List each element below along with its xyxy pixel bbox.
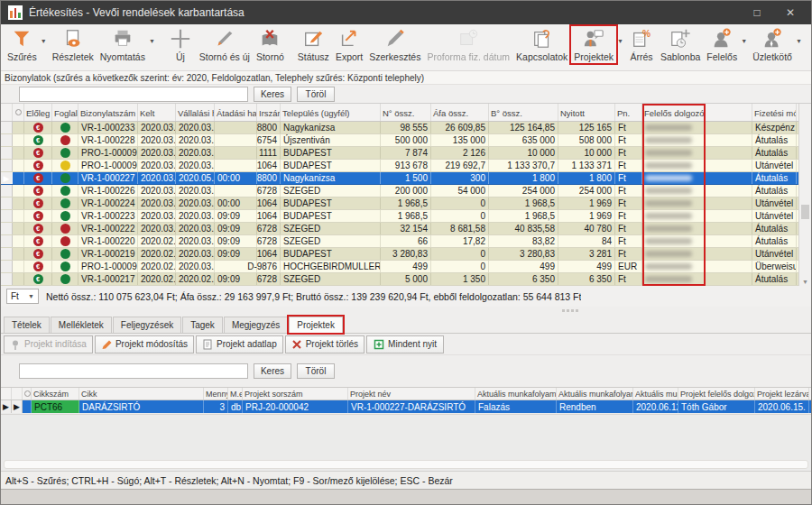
column-header-lezarva[interactable]: Projekt lezárva: [755, 388, 809, 399]
projects-clear-button[interactable]: Töröl: [297, 363, 335, 379]
toolbar-button-body[interactable]: Kapcsolatok: [513, 26, 570, 63]
projects-search-button[interactable]: Keres: [254, 363, 291, 379]
column-header-nev[interactable]: Projekt név: [348, 388, 475, 399]
toolbar-button-szerkesztes[interactable]: Szerkesztés: [366, 26, 423, 63]
maximize-button[interactable]: □: [743, 1, 770, 24]
column-header-netto[interactable]: N° össz.: [381, 104, 431, 121]
scrollbar-thumb[interactable]: [801, 205, 809, 219]
toolbar-button-body[interactable]: Üzletkötő: [750, 26, 795, 63]
documents-search-input[interactable]: [19, 87, 248, 102]
toolbar-button-felelos[interactable]: Felelős▼: [704, 26, 749, 63]
column-header-sorszam[interactable]: Projekt sorszám: [243, 388, 348, 399]
column-header-felelos[interactable]: Projekt felelős dolgozó: [678, 388, 755, 399]
column-header-extra[interactable]: [706, 104, 752, 121]
column-header-munkafolyamat_allapot[interactable]: Aktuális munkafolyamat :: [557, 388, 633, 399]
toolbar-button-body[interactable]: Státusz: [295, 26, 332, 63]
project-row[interactable]: ▶▶PCT66DARÁZSIRTÓ3dbPRJ-20-000042VR-1-00…: [1, 400, 811, 413]
toolbar-button-body[interactable]: Szűrés: [5, 26, 40, 63]
mindent-nyit-button[interactable]: Mindent nyit: [366, 335, 444, 354]
dropdown-arrow-icon[interactable]: ▼: [617, 38, 623, 44]
toolbar-button-reszletek[interactable]: Részletek: [50, 26, 97, 63]
column-header-cikk[interactable]: Cikk: [79, 388, 204, 399]
toolbar-button-export[interactable]: Export: [333, 26, 365, 63]
documents-clear-button[interactable]: Töröl: [297, 87, 335, 102]
dropdown-arrow-icon[interactable]: ▼: [741, 38, 747, 44]
document-row[interactable]: €VR-1-0002202020.02.272020.03.0209:09672…: [1, 235, 811, 248]
currency-select[interactable]: Ft ▼: [6, 289, 39, 304]
toolbar-button-body[interactable]: %Árrés: [626, 26, 657, 63]
column-header-munka_datum[interactable]: Aktuális munka: [633, 388, 678, 399]
toolbar-button-szures[interactable]: Szűrés▼: [5, 26, 49, 63]
toolbar-button-uj[interactable]: Új: [165, 26, 196, 63]
document-row[interactable]: €VR-1-0002192020.02.272020.03.1909:09106…: [1, 248, 811, 261]
toolbar-button-body[interactable]: Stornó: [254, 26, 287, 63]
tab-tagek[interactable]: Tagek: [182, 317, 223, 333]
document-row[interactable]: €VR-1-0002242020.03.092020.03.1600:00106…: [1, 197, 811, 210]
toolbar-button-storno[interactable]: Stornó: [254, 26, 287, 63]
toolbar-button-body[interactable]: Új: [165, 26, 196, 63]
tab-tetelek[interactable]: Tételek: [4, 317, 50, 333]
document-row[interactable]: €VR-1-0002332020.03.222020.03.268800Nagy…: [1, 122, 811, 134]
document-row[interactable]: €VR-1-0002222020.03.022020.03.2609:09672…: [1, 223, 811, 235]
document-row[interactable]: €VR-1-0002262020.03.102020.03.146728SZEG…: [1, 185, 811, 197]
splitter-grip-icon[interactable]: [562, 309, 578, 312]
splitter[interactable]: [1, 307, 811, 315]
column-header-telepules[interactable]: Település (ügyfél): [281, 104, 381, 121]
toolbar-button-projektek[interactable]: Projektek▼: [571, 26, 625, 63]
column-header-munkafolyamat[interactable]: Aktuális munkafolyamat: [475, 388, 557, 399]
column-header-nyitott[interactable]: Nyitott: [558, 104, 615, 121]
column-header-marker[interactable]: [23, 388, 32, 399]
toolbar-button-body[interactable]: Stornó és új: [197, 26, 253, 63]
document-row[interactable]: ▶€VR-1-0002272020.03.132020.05.3000:0088…: [1, 172, 811, 185]
projekt-modositas-button[interactable]: Projekt módosítás: [95, 335, 194, 354]
column-header-me[interactable]: M.e.: [228, 388, 243, 399]
documents-search-button[interactable]: Keres: [254, 87, 291, 102]
projekt-adatlap-button[interactable]: Projekt adatlap: [196, 335, 283, 354]
document-row[interactable]: €PRO-1-0000972020.02.262020.03.27D-9876H…: [1, 261, 811, 273]
column-header-irszam[interactable]: Irszám: [257, 104, 281, 121]
column-header-atadasi[interactable]: Átadási határidő: [215, 104, 257, 121]
tab-feljegyzesek[interactable]: Feljegyzések: [113, 317, 181, 333]
toolbar-button-sablonba[interactable]: Sablonba: [658, 26, 703, 63]
column-header-gutter[interactable]: [1, 104, 13, 121]
toolbar-button-body[interactable]: Részletek: [50, 26, 97, 63]
toolbar-button-body[interactable]: Nyomtatás: [97, 26, 148, 63]
column-header-brutto[interactable]: B° össz.: [489, 104, 558, 121]
column-header-marker[interactable]: [13, 104, 24, 121]
column-header-mennyiseg[interactable]: Mennyis: [204, 388, 228, 399]
dropdown-arrow-icon[interactable]: ▼: [41, 38, 47, 44]
document-row[interactable]: €VR-1-0002232020.03.092020.03.1309:09106…: [1, 210, 811, 223]
toolbar-button-statusz[interactable]: Státusz: [295, 26, 332, 63]
toolbar-button-storno-es-uj[interactable]: Stornó és új: [197, 26, 253, 63]
column-header-cikkszam[interactable]: Cikkszám: [32, 388, 79, 399]
tab-mellekletek[interactable]: Mellékletek: [51, 317, 112, 333]
toolbar-button-body[interactable]: Export: [333, 26, 365, 63]
document-row[interactable]: €PRO-1-0000992020.03.132020.03.271111BUD…: [1, 147, 811, 160]
dropdown-arrow-icon[interactable]: ▼: [796, 38, 802, 44]
column-header-fizetesimod[interactable]: Fizetési mód: [752, 104, 797, 121]
column-header-kelt[interactable]: Kelt: [138, 104, 176, 121]
column-header-eloleg[interactable]: Előleg s: [24, 104, 52, 121]
toolbar-button-nyomtatas[interactable]: Nyomtatás▼: [97, 26, 157, 63]
column-header-foglalo[interactable]: Foglalá: [52, 104, 78, 121]
column-header-vallalasi[interactable]: Vállalási hat: [176, 104, 215, 121]
dropdown-arrow-icon[interactable]: ▼: [149, 38, 155, 44]
tab-projektek[interactable]: Projektek: [289, 317, 343, 333]
toolbar-button-uzletkoto[interactable]: Üzletkötő▼: [750, 26, 804, 63]
vertical-scrollbar[interactable]: ▼: [798, 104, 811, 286]
projekt-torles-button[interactable]: Projekt törlés: [285, 335, 364, 354]
column-header-afa[interactable]: Áfa össz.: [431, 104, 489, 121]
toolbar-button-kapcsolatok[interactable]: Kapcsolatok: [513, 26, 570, 63]
toolbar-button-body[interactable]: Sablonba: [658, 26, 703, 63]
column-header-gutter2[interactable]: [12, 388, 23, 399]
close-button[interactable]: ✕: [777, 1, 804, 24]
document-row[interactable]: €PRO-1-0000982020.03.122020.03.271064BUD…: [1, 160, 811, 172]
document-row[interactable]: €VR-1-0002172020.02.212020.02.2509:09672…: [1, 273, 811, 286]
document-row[interactable]: €VR-1-0002282020.03.132020.03.216754Újsz…: [1, 134, 811, 147]
toolbar-button-body[interactable]: Szerkesztés: [366, 26, 423, 63]
toolbar-button-body[interactable]: Projektek: [571, 26, 616, 63]
column-header-gutter1[interactable]: [1, 388, 12, 399]
toolbar-button-arres[interactable]: %Árrés: [626, 26, 657, 63]
projects-search-input[interactable]: [19, 363, 248, 379]
column-header-pn[interactable]: Pn.: [615, 104, 642, 121]
